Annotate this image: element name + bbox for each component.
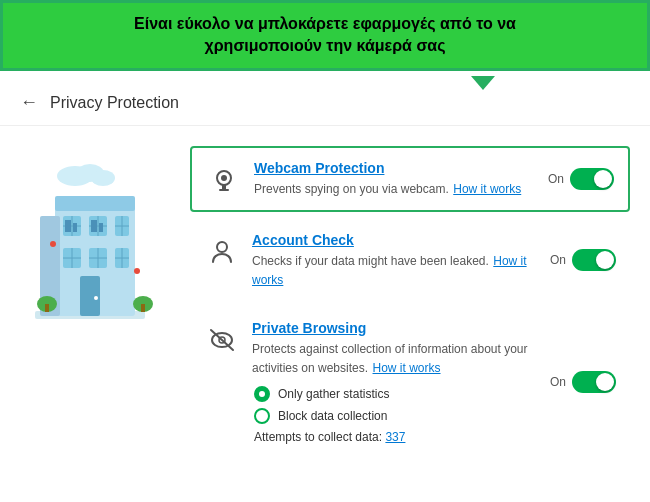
browsing-toggle-container: On: [550, 371, 616, 393]
building-illustration: [25, 156, 155, 326]
attempts-label: Attempts to collect data:: [254, 430, 382, 444]
attempts-line: Attempts to collect data: 337: [254, 430, 538, 444]
svg-rect-27: [45, 304, 49, 312]
tooltip-arrow: [471, 76, 495, 90]
account-toggle-container: On: [550, 249, 616, 271]
account-check-item: Account Check Checks if your data might …: [190, 220, 630, 300]
account-feature-text: Account Check Checks if your data might …: [252, 232, 538, 288]
browsing-icon: [204, 322, 240, 358]
svg-rect-32: [91, 220, 97, 232]
svg-rect-4: [80, 276, 100, 316]
svg-point-36: [91, 170, 115, 186]
webcam-feature-text: Webcam Protection Prevents spying on you…: [254, 160, 536, 198]
browsing-feature-text: Private Browsing Protects against collec…: [252, 320, 538, 445]
attempts-value[interactable]: 337: [385, 430, 405, 444]
browsing-toggle-label: On: [550, 375, 566, 389]
svg-rect-39: [222, 185, 226, 189]
back-button[interactable]: ←: [20, 92, 38, 113]
svg-point-25: [134, 268, 140, 274]
account-icon: [204, 234, 240, 270]
webcam-toggle[interactable]: [570, 168, 614, 190]
svg-rect-31: [73, 223, 77, 232]
browsing-toggle[interactable]: [572, 371, 616, 393]
main-content: ← Privacy Protection: [0, 80, 650, 502]
svg-point-24: [50, 241, 56, 247]
webcam-toggle-container: On: [548, 168, 614, 190]
account-desc: Checks if your data might have been leak…: [252, 254, 489, 268]
svg-rect-29: [141, 304, 145, 312]
webcam-toggle-label: On: [548, 172, 564, 186]
illustration: [0, 146, 180, 496]
webcam-desc: Prevents spying on you via webcam.: [254, 182, 449, 196]
private-browsing-item: Private Browsing Protects against collec…: [190, 308, 630, 457]
svg-rect-40: [219, 189, 229, 191]
tooltip-text: Είναι εύκολο να μπλοκάρετε εφαρμογές από…: [134, 15, 516, 54]
features-panel: Webcam Protection Prevents spying on you…: [180, 146, 650, 496]
svg-point-5: [94, 296, 98, 300]
radio-block-data-label: Block data collection: [278, 409, 387, 423]
account-toggle[interactable]: [572, 249, 616, 271]
radio-only-gather[interactable]: Only gather statistics: [254, 386, 538, 402]
svg-rect-33: [99, 223, 103, 232]
radio-only-gather-label: Only gather statistics: [278, 387, 389, 401]
browsing-sub-options: Only gather statistics Block data collec…: [252, 386, 538, 444]
webcam-how-it-works[interactable]: How it works: [453, 182, 521, 196]
svg-rect-2: [55, 196, 135, 211]
radio-only-gather-circle[interactable]: [254, 386, 270, 402]
header: ← Privacy Protection: [0, 80, 650, 126]
browsing-how-it-works[interactable]: How it works: [373, 361, 441, 375]
account-title[interactable]: Account Check: [252, 232, 538, 248]
svg-point-38: [221, 175, 227, 181]
webcam-icon: [206, 162, 242, 198]
tooltip-banner: Είναι εύκολο να μπλοκάρετε εφαρμογές από…: [0, 0, 650, 71]
content-area: Webcam Protection Prevents spying on you…: [0, 126, 650, 496]
webcam-protection-item: Webcam Protection Prevents spying on you…: [190, 146, 630, 212]
radio-block-data[interactable]: Block data collection: [254, 408, 538, 424]
webcam-title[interactable]: Webcam Protection: [254, 160, 536, 176]
account-toggle-label: On: [550, 253, 566, 267]
svg-rect-30: [65, 220, 71, 232]
browsing-title[interactable]: Private Browsing: [252, 320, 538, 336]
radio-block-data-circle[interactable]: [254, 408, 270, 424]
page-title: Privacy Protection: [50, 94, 179, 112]
svg-point-41: [217, 242, 227, 252]
